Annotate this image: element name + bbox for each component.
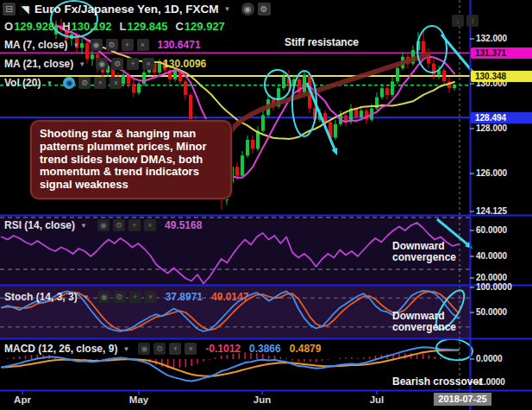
axis-tick-label: 60.0000	[476, 225, 507, 235]
gear-icon[interactable]: ⚙	[111, 58, 123, 70]
eye-icon[interactable]: ◉	[91, 39, 103, 51]
ma21-value: 130.0096	[163, 58, 206, 70]
macd-hist-value: -0.1012	[205, 343, 241, 355]
analysis-note-box[interactable]: Shooting star & hanging man patterns plu…	[30, 120, 232, 199]
indicator-row-ma7: MA (7, close) ▼ ◉ ⚙ + × 130.6471	[4, 39, 201, 51]
close-icon[interactable]: ×	[145, 291, 157, 303]
gear-icon[interactable]: ⚙	[78, 77, 91, 89]
plus-icon[interactable]: +	[127, 58, 139, 70]
low-value: 129.845	[127, 20, 167, 33]
bearish-crossover-label: Bearish crossover	[392, 376, 487, 388]
vol-label[interactable]: Vol (20)	[4, 77, 41, 89]
ma7-value: 130.6471	[158, 39, 201, 51]
gear-icon[interactable]: ⚙	[113, 219, 125, 231]
chevron-down-icon[interactable]: ▼	[81, 293, 90, 301]
axis-tick-label: 40.0000	[476, 251, 507, 261]
close-icon[interactable]: ×	[142, 58, 154, 70]
open-value: 129.928	[14, 20, 54, 33]
eye-icon[interactable]: ◉	[96, 58, 108, 70]
collapse-icon[interactable]: ⊟	[3, 3, 16, 16]
price-level-badge: 130.348	[471, 71, 532, 82]
month-label: May	[124, 394, 153, 405]
rsi-title[interactable]: RSI (14, close)	[4, 219, 75, 231]
chart-window: ⊟ ◥ Euro Fx/Japanese Yen, 1D, FXCM ▼ ◉ ⚙…	[0, 0, 532, 410]
close-icon[interactable]: ×	[137, 39, 149, 51]
low-label: L	[120, 20, 127, 33]
chevron-down-icon[interactable]: ▼	[222, 5, 231, 13]
eye-icon[interactable]: ◉	[63, 77, 75, 89]
scale-buttons: ↓ ↕	[452, 15, 479, 27]
axis-tick-label: 132.000	[476, 34, 507, 43]
symbol-title[interactable]: Euro Fx/Japanese Yen, 1D, FXCM	[34, 3, 219, 16]
plus-icon[interactable]: +	[169, 343, 181, 355]
stoch-divergence-label: Downward convergence	[392, 311, 466, 334]
open-label: O	[4, 20, 13, 33]
stoch-k-value: 37.8971	[166, 291, 203, 303]
rsi-panel-header: RSI (14, close) ▼ ◉ ⚙ + × 49.5168	[4, 219, 202, 231]
close-icon[interactable]: ×	[185, 343, 197, 355]
rsi-value: 49.5168	[165, 219, 202, 231]
close-icon[interactable]: ×	[110, 77, 122, 89]
high-label: H	[62, 20, 70, 33]
gear-icon[interactable]: ⚙	[258, 3, 271, 16]
chevron-down-icon[interactable]: ▼	[77, 60, 85, 68]
high-value: 130.192	[72, 20, 112, 33]
price-level-badge: 131.371	[471, 47, 532, 59]
chevron-down-icon[interactable]: ▼	[121, 345, 129, 353]
close-icon[interactable]: ×	[144, 219, 156, 231]
month-label: Apr	[8, 394, 37, 405]
axis-tick-label: 128.000	[476, 123, 507, 133]
plus-icon[interactable]: +	[122, 39, 134, 51]
auto-scale-icon[interactable]: ↕	[466, 15, 479, 27]
axis-tick-label: -1.0000	[476, 377, 505, 387]
stoch-d-value: 49.0147	[211, 291, 248, 303]
indicator-row-vol: Vol (20) ▼ ◉ ⚙ + ×	[4, 77, 122, 89]
plus-icon[interactable]: +	[129, 291, 141, 303]
chevron-down-icon[interactable]: ▼	[72, 41, 80, 49]
plus-icon[interactable]: +	[94, 77, 106, 89]
rsi-divergence-label: Downward convergence	[392, 241, 466, 264]
axis-tick-label: 50.0000	[476, 307, 507, 317]
axis-tick-label: 20.0000	[476, 273, 507, 282]
gear-icon[interactable]: ⚙	[106, 39, 118, 51]
chevron-down-icon[interactable]: ▼	[78, 222, 87, 230]
price-level-badge: 128.494	[471, 112, 532, 123]
stoch-panel-header: Stoch (14, 3, 3) ▼ ◉ ⚙ + × 37.8971 49.01…	[4, 291, 248, 303]
gear-icon[interactable]: ⚙	[114, 291, 126, 303]
current-date-badge: 2018-07-25	[434, 393, 491, 406]
chevron-down-icon[interactable]: ▼	[44, 79, 53, 87]
macd-signal-value: 0.4879	[290, 343, 322, 355]
eye-icon[interactable]: ◉	[241, 3, 254, 16]
axis-tick-label: 126.000	[476, 168, 507, 178]
month-label: Jun	[247, 394, 277, 405]
month-label: Jul	[362, 394, 391, 405]
close-label: C	[175, 20, 183, 33]
gear-icon[interactable]: ⚙	[153, 343, 166, 355]
macd-line-value: 0.3866	[249, 343, 281, 355]
axis-tick-label: 0.0000	[476, 354, 503, 363]
chart-header: ⊟ ◥ Euro Fx/Japanese Yen, 1D, FXCM ▼ ◉ ⚙	[3, 3, 271, 16]
macd-title[interactable]: MACD (12, 26, close, 9)	[4, 343, 117, 355]
eye-icon[interactable]: ◉	[97, 219, 110, 231]
indicator-row-ma21: MA (21, close) ▼ ◉ ⚙ + × 130.0096	[4, 58, 206, 70]
plus-icon[interactable]: +	[128, 219, 141, 231]
axis-tick-label: 124.125	[476, 206, 507, 216]
stoch-title[interactable]: Stoch (14, 3, 3)	[4, 291, 78, 303]
ohlc-readout: O129.928H130.192L129.845C129.927	[4, 20, 233, 33]
close-value: 129.927	[185, 20, 225, 33]
eye-icon[interactable]: ◉	[98, 291, 110, 303]
axis-tick-label: 100.0000	[476, 282, 512, 292]
eye-icon[interactable]: ◉	[138, 343, 150, 355]
scroll-down-icon[interactable]: ↓	[452, 15, 464, 27]
platform-logo-icon: ◥	[19, 3, 31, 16]
stiff-resistance-label: Stiff resistance	[285, 37, 359, 48]
ma21-label[interactable]: MA (21, close)	[4, 58, 73, 70]
ma7-label[interactable]: MA (7, close)	[4, 39, 68, 51]
macd-panel-header: MACD (12, 26, close, 9) ▼ ◉ ⚙ + × -0.101…	[4, 343, 321, 355]
